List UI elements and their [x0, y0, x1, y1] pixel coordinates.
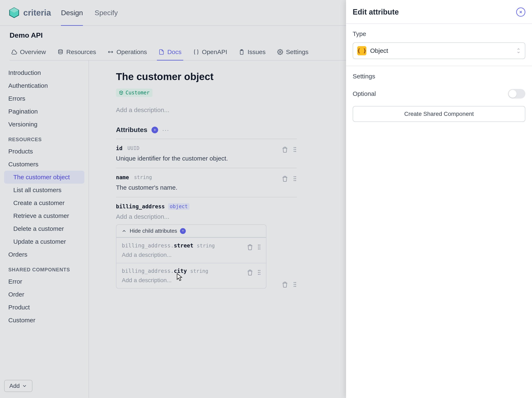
panel-title: Edit attribute	[353, 8, 399, 16]
close-panel-button[interactable]	[516, 7, 525, 17]
chevron-updown-icon	[516, 48, 521, 54]
close-icon	[519, 10, 523, 14]
optional-toggle[interactable]	[508, 89, 525, 99]
object-type-icon: { }	[357, 46, 366, 55]
type-value: Object	[370, 47, 388, 54]
type-select[interactable]: { } Object	[353, 42, 525, 59]
settings-label: Settings	[353, 73, 525, 80]
create-shared-component-button[interactable]: Create Shared Component	[353, 106, 525, 122]
type-label: Type	[353, 30, 525, 38]
optional-label: Optional	[353, 90, 376, 97]
edit-attribute-panel: Edit attribute Type { } Object Settings …	[346, 0, 532, 398]
